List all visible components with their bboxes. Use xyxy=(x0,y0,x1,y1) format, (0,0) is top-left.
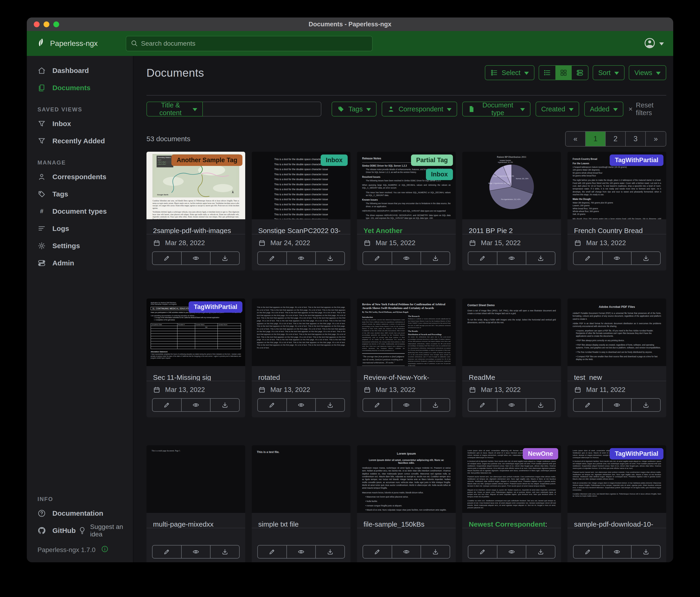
view-document-button[interactable] xyxy=(497,546,526,558)
download-document-button[interactable] xyxy=(631,399,660,411)
document-title[interactable]: file-sample_150kBs xyxy=(364,519,449,528)
filter-created-button[interactable]: Created xyxy=(535,102,579,117)
document-title[interactable]: sample-pdf-download-10-mb-longer-title xyxy=(574,519,660,528)
sidebar-item-document-types[interactable]: #Document types xyxy=(27,203,133,220)
download-document-button[interactable] xyxy=(526,252,555,264)
document-thumbnail[interactable]: Boundary Waters Trip legend ● Day 1 ● Da… xyxy=(147,152,245,219)
sidebar-item-suggest-an-idea[interactable]: Suggest an idea xyxy=(76,522,133,539)
sidebar-item-documentation[interactable]: Documentation xyxy=(27,505,133,522)
edit-document-button[interactable] xyxy=(468,252,497,264)
edit-document-button[interactable] xyxy=(258,252,287,264)
list-view-button[interactable] xyxy=(539,66,555,80)
view-document-button[interactable] xyxy=(497,252,526,264)
sort-button[interactable]: Sort xyxy=(593,65,625,80)
view-document-button[interactable] xyxy=(182,252,211,264)
edit-document-button[interactable] xyxy=(574,399,603,411)
view-document-button[interactable] xyxy=(287,399,316,411)
edit-document-button[interactable] xyxy=(152,399,182,411)
document-thumbnail[interactable]: Review of New York Federal Petitions for… xyxy=(357,298,456,366)
edit-document-button[interactable] xyxy=(468,546,497,558)
edit-document-button[interactable] xyxy=(363,399,392,411)
view-document-button[interactable] xyxy=(392,252,421,264)
document-title[interactable]: simple txt file xyxy=(258,519,344,528)
edit-document-button[interactable] xyxy=(574,546,603,558)
app-brand[interactable]: Paperless-ngx xyxy=(36,38,98,49)
download-document-button[interactable] xyxy=(316,546,344,558)
edit-document-button[interactable] xyxy=(468,399,497,411)
document-title[interactable]: Yet Another Correspondent: Testing Email xyxy=(364,225,449,234)
document-title[interactable]: test_new xyxy=(574,372,660,381)
sidebar-item-logs[interactable]: Logs xyxy=(27,220,133,237)
edit-document-button[interactable] xyxy=(363,546,392,558)
download-document-button[interactable] xyxy=(526,546,555,558)
tag-badge[interactable]: TagWithPartial xyxy=(189,301,243,313)
pagination-page-3[interactable]: 3 xyxy=(626,132,646,146)
user-menu[interactable] xyxy=(644,37,664,50)
pagination-page-1[interactable]: 1 xyxy=(586,132,606,146)
zoom-window-button[interactable] xyxy=(53,21,59,27)
document-thumbnail[interactable]: Application for Medical Staff MembersGoo… xyxy=(147,298,245,366)
edit-document-button[interactable] xyxy=(152,252,182,264)
view-document-button[interactable] xyxy=(603,252,632,264)
view-document-button[interactable] xyxy=(287,252,316,264)
document-thumbnail[interactable]: Patient BP Distribution 2011Normal, 151,… xyxy=(462,152,561,219)
sidebar-item-tags[interactable]: Tags xyxy=(27,186,133,203)
search-input[interactable] xyxy=(141,40,368,47)
download-document-button[interactable] xyxy=(421,252,450,264)
document-thumbnail[interactable]: This is a test file. xyxy=(252,445,350,513)
document-title[interactable]: rotated xyxy=(258,372,344,381)
download-document-button[interactable] xyxy=(421,399,450,411)
document-thumbnail[interactable]: Release NotesSimba ODBC Driver for SQL S… xyxy=(357,152,456,219)
document-title[interactable]: French Country Bread Revised.docx xyxy=(574,225,660,234)
sidebar-item-recently-added[interactable]: Recently Added xyxy=(27,133,133,150)
edit-document-button[interactable] xyxy=(152,546,182,558)
edit-document-button[interactable] xyxy=(574,252,603,264)
download-document-button[interactable] xyxy=(210,546,239,558)
filter-added-button[interactable]: Added xyxy=(584,102,623,117)
download-document-button[interactable] xyxy=(631,546,660,558)
document-title[interactable]: Newest Correspondent: f_combineds xyxy=(469,519,554,528)
document-thumbnail[interactable]: French Country BreadFor the Leaven1 heap… xyxy=(568,152,666,219)
tag-badge[interactable]: Partial Tag xyxy=(411,154,453,166)
view-document-button[interactable] xyxy=(182,399,211,411)
sidebar-item-correspondents[interactable]: Correspondents xyxy=(27,168,133,186)
sidebar-item-admin[interactable]: Admin xyxy=(27,255,133,272)
download-document-button[interactable] xyxy=(631,252,660,264)
document-title[interactable]: Sec 11-Missing sig xyxy=(153,372,239,381)
sidebar-item-settings[interactable]: Settings xyxy=(27,237,133,255)
download-document-button[interactable] xyxy=(421,546,450,558)
filter-title-content-input[interactable] xyxy=(203,102,321,117)
pagination-next-button[interactable]: » xyxy=(646,132,666,146)
edit-document-button[interactable] xyxy=(258,399,287,411)
tag-badge[interactable]: NewOne xyxy=(523,448,558,459)
view-document-button[interactable] xyxy=(182,546,211,558)
tag-badge[interactable]: Another Sample Tag xyxy=(171,154,243,166)
filter-correspondent-button[interactable]: Correspondent xyxy=(382,102,457,117)
sidebar-item-dashboard[interactable]: Dashboard xyxy=(27,62,133,79)
filter-title-content-button[interactable]: Title & content xyxy=(147,102,203,117)
document-thumbnail[interactable]: Lorem ipsum dolor sit amet, consectetur … xyxy=(568,445,666,513)
document-title[interactable]: Review-of-New-York-Federal-Petitions-art… xyxy=(364,372,449,381)
view-document-button[interactable] xyxy=(392,546,421,558)
document-thumbnail[interactable]: Contact Sheet DemoGiven a set of image f… xyxy=(462,298,561,366)
document-thumbnail[interactable]: This is a test for the double space char… xyxy=(252,152,350,219)
view-document-button[interactable] xyxy=(287,546,316,558)
document-title[interactable]: ReadMe xyxy=(469,372,554,381)
download-document-button[interactable] xyxy=(526,399,555,411)
document-title[interactable]: 2011 BP Pie 2 xyxy=(469,225,554,234)
tag-badge[interactable]: TagWithPartial xyxy=(610,154,664,166)
view-document-button[interactable] xyxy=(603,546,632,558)
tag-badge[interactable]: Inbox xyxy=(426,169,453,180)
filter-tags-button[interactable]: Tags xyxy=(332,102,377,117)
filter-document-type-button[interactable]: Document type xyxy=(462,102,530,117)
download-document-button[interactable] xyxy=(210,252,239,264)
edit-document-button[interactable] xyxy=(363,252,392,264)
sidebar-item-inbox[interactable]: Inbox xyxy=(27,115,133,133)
detail-view-button[interactable] xyxy=(572,66,588,80)
document-thumbnail[interactable]: This is a multi page document. Page 1. xyxy=(147,445,245,513)
grid-view-button[interactable] xyxy=(555,66,572,80)
document-thumbnail[interactable]: This is the text that appears on the fir… xyxy=(252,298,350,366)
sidebar-item-documents[interactable]: Documents xyxy=(27,79,133,96)
document-thumbnail[interactable]: Adobe Acrobat PDF FilesAdobe® Portable D… xyxy=(568,298,666,366)
document-title[interactable]: multi-page-mixedxx xyxy=(153,519,239,528)
